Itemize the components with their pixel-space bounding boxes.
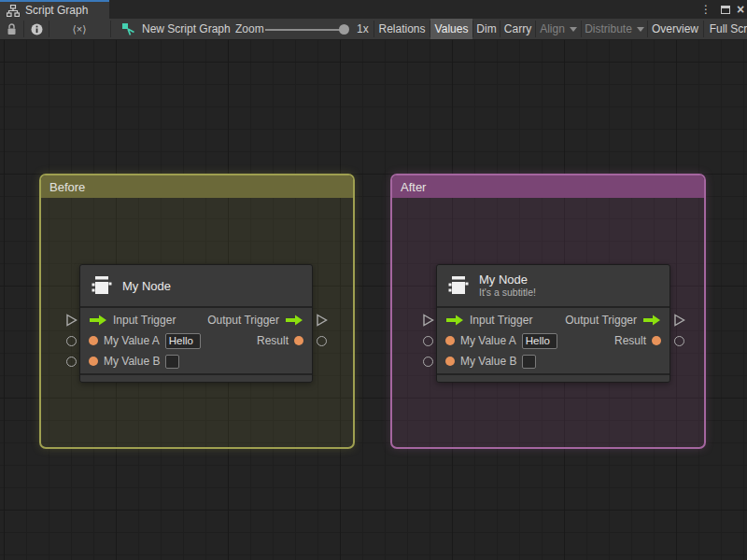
external-result-indicator[interactable] <box>317 336 327 346</box>
value-b-port-icon[interactable] <box>89 357 98 366</box>
input-trigger-label: Input Trigger <box>470 314 532 327</box>
close-icon: × <box>737 2 744 17</box>
zoom-slider-track[interactable] <box>265 29 345 31</box>
external-result-indicator[interactable] <box>674 336 684 346</box>
port-row-value-a: My Value A Result <box>437 330 669 351</box>
graph-toolbar: ⟨×⟩ New Script Graph Zoom 1x Relations V… <box>0 19 747 40</box>
external-value-b-indicator[interactable] <box>66 357 77 367</box>
output-flow-port-icon[interactable] <box>642 315 661 326</box>
code-view-button[interactable]: ⟨×⟩ <box>49 19 109 39</box>
window-menu-button[interactable]: ⋮ <box>698 0 713 19</box>
align-dropdown[interactable]: Align <box>536 19 581 39</box>
graph-asset-field[interactable]: New Script Graph <box>121 19 231 39</box>
script-graph-window: Script Graph ⋮ × ⟨×⟩ <box>0 0 747 560</box>
value-a-label: My Value A <box>460 334 516 347</box>
output-trigger-label: Output Trigger <box>565 314 637 327</box>
carry-button[interactable]: Carry <box>500 19 535 39</box>
graph-canvas[interactable]: Before After My Node <box>0 40 747 560</box>
distribute-dropdown[interactable]: Distribute <box>582 19 647 39</box>
node-after[interactable]: My Node It's a subtitle! Input Trigger O… <box>436 264 670 383</box>
external-value-a-indicator[interactable] <box>66 336 77 346</box>
output-trigger-label: Output Trigger <box>207 314 279 327</box>
port-row-trigger: Input Trigger Output Trigger <box>437 310 669 330</box>
unit-node-icon <box>90 273 114 298</box>
value-a-label: My Value A <box>104 334 160 347</box>
node-title: My Node <box>122 279 171 293</box>
code-icon: ⟨×⟩ <box>72 23 86 35</box>
value-b-checkbox[interactable] <box>165 355 179 369</box>
port-row-value-b: My Value B <box>437 351 669 371</box>
zoom-label: Zoom <box>235 19 264 39</box>
result-port-icon[interactable] <box>652 336 661 345</box>
result-label: Result <box>257 334 289 347</box>
value-b-label: My Value B <box>460 355 516 368</box>
kebab-menu-icon: ⋮ <box>700 3 712 16</box>
values-button[interactable]: Values <box>430 19 472 39</box>
value-b-label: My Value B <box>104 355 160 368</box>
lock-icon <box>7 23 17 35</box>
group-before-header[interactable]: Before <box>41 175 353 198</box>
graph-asset-name: New Script Graph <box>142 22 231 35</box>
chevron-down-icon <box>637 27 644 32</box>
external-flow-output-indicator[interactable] <box>673 314 685 327</box>
port-row-value-a: My Value A Result <box>80 330 312 351</box>
input-flow-port-icon[interactable] <box>445 315 464 326</box>
tab-script-graph[interactable]: Script Graph <box>0 0 109 19</box>
script-graph-asset-icon <box>121 22 135 36</box>
external-flow-input-indicator[interactable] <box>65 314 78 327</box>
external-flow-output-indicator[interactable] <box>316 314 328 327</box>
value-b-checkbox[interactable] <box>522 355 536 369</box>
value-b-port-icon[interactable] <box>445 357 455 366</box>
external-value-b-indicator[interactable] <box>423 357 433 367</box>
maximize-button[interactable] <box>717 0 734 19</box>
tab-label: Script Graph <box>25 4 88 17</box>
result-label: Result <box>614 334 646 347</box>
info-button[interactable] <box>24 19 49 39</box>
unit-node-icon <box>446 273 471 298</box>
node-footer <box>437 373 669 382</box>
result-port-icon[interactable] <box>294 336 303 345</box>
close-button[interactable]: × <box>734 0 747 19</box>
titlebar: Script Graph ⋮ × <box>0 0 747 19</box>
dim-button[interactable]: Dim <box>473 19 500 39</box>
node-before-header[interactable]: My Node <box>80 265 312 308</box>
node-before[interactable]: My Node Input Trigger Output Trigger <box>79 264 313 383</box>
fullscreen-button[interactable]: Full Screen <box>705 19 747 39</box>
overview-button[interactable]: Overview <box>648 19 702 39</box>
node-footer <box>80 373 312 382</box>
info-icon <box>31 23 43 35</box>
port-row-trigger: Input Trigger Output Trigger <box>80 310 312 330</box>
value-a-input[interactable] <box>165 333 201 349</box>
maximize-icon <box>721 6 730 14</box>
output-flow-port-icon[interactable] <box>285 315 303 326</box>
group-after-label: After <box>401 180 426 194</box>
external-value-a-indicator[interactable] <box>423 336 433 346</box>
graph-hierarchy-icon <box>7 5 20 17</box>
chevron-down-icon <box>570 27 577 32</box>
node-subtitle: It's a subtitle! <box>479 287 536 299</box>
group-after-header[interactable]: After <box>392 175 704 198</box>
value-a-port-icon[interactable] <box>445 336 455 345</box>
group-before-label: Before <box>49 180 85 194</box>
zoom-value: 1x <box>357 19 369 39</box>
relations-button[interactable]: Relations <box>375 19 429 39</box>
value-a-port-icon[interactable] <box>89 336 98 345</box>
value-a-input[interactable] <box>522 333 557 349</box>
port-row-value-b: My Value B <box>80 351 312 371</box>
lock-button[interactable] <box>0 19 23 39</box>
zoom-slider-handle[interactable] <box>339 24 349 35</box>
node-after-header[interactable]: My Node It's a subtitle! <box>437 265 669 308</box>
node-title: My Node <box>479 273 536 287</box>
input-flow-port-icon[interactable] <box>89 315 107 326</box>
external-flow-input-indicator[interactable] <box>422 314 434 327</box>
input-trigger-label: Input Trigger <box>113 314 176 327</box>
